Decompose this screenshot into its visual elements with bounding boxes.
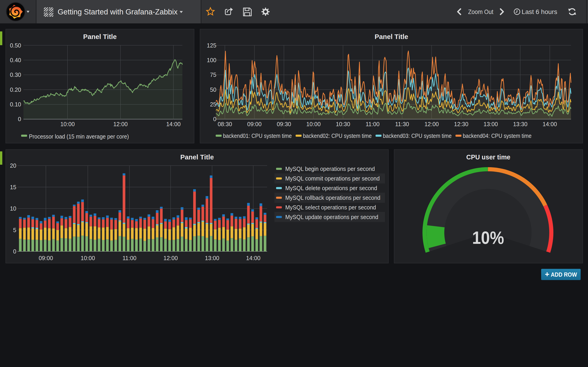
svg-text:100: 100: [207, 57, 216, 63]
svg-text:0: 0: [13, 248, 16, 255]
svg-text:Panel Title: Panel Title: [83, 33, 117, 40]
svg-text:MySQL begin operations per sec: MySQL begin operations per second: [285, 166, 375, 172]
svg-text:14:00: 14:00: [166, 121, 181, 127]
svg-text:25: 25: [210, 101, 216, 108]
svg-text:CPU user time: CPU user time: [466, 153, 510, 161]
svg-text:MySQL commit operations per se: MySQL commit operations per second: [285, 175, 380, 182]
svg-text:125: 125: [207, 42, 216, 49]
svg-text:backend01: CPU system time: backend01: CPU system time: [223, 133, 292, 139]
svg-text:13:00: 13:00: [205, 255, 219, 261]
svg-text:15: 15: [10, 184, 16, 190]
svg-text:10: 10: [10, 205, 16, 212]
svg-text:MySQL update operations per se: MySQL update operations per second: [285, 214, 378, 220]
svg-text:13:00: 13:00: [484, 121, 498, 127]
svg-text:0.20: 0.20: [10, 86, 21, 93]
svg-text:09:00: 09:00: [39, 255, 53, 261]
svg-text:10:00: 10:00: [81, 255, 95, 261]
svg-text:12:30: 12:30: [454, 121, 468, 127]
svg-text:11:30: 11:30: [395, 121, 409, 127]
svg-text:12:00: 12:00: [424, 121, 439, 127]
svg-text:Last 6 hours: Last 6 hours: [522, 8, 557, 15]
svg-text:0.30: 0.30: [10, 72, 21, 78]
svg-text:Getting Started with Grafana-Z: Getting Started with Grafana-Zabbix: [58, 8, 178, 16]
svg-text:MySQL delete operations per se: MySQL delete operations per second: [285, 185, 377, 191]
svg-text:10:00: 10:00: [306, 121, 321, 127]
svg-text:12:00: 12:00: [164, 255, 178, 261]
svg-text:MySQL select operations per se: MySQL select operations per second: [285, 204, 376, 211]
svg-text:MySQL rollback operations per: MySQL rollback operations per second: [285, 194, 380, 201]
svg-text:0.10: 0.10: [10, 101, 21, 108]
svg-text:+: +: [545, 270, 549, 278]
svg-text:11:00: 11:00: [122, 255, 137, 261]
svg-text:0.40: 0.40: [10, 57, 21, 63]
svg-text:12:00: 12:00: [113, 121, 128, 127]
svg-text:10:30: 10:30: [336, 121, 350, 127]
svg-text:10:00: 10:00: [61, 121, 75, 127]
svg-text:13:30: 13:30: [513, 121, 527, 127]
svg-text:backend02: CPU system time: backend02: CPU system time: [303, 133, 372, 139]
svg-text:backend04: CPU system time: backend04: CPU system time: [463, 133, 531, 139]
svg-text:backend03: CPU system time: backend03: CPU system time: [383, 133, 451, 139]
svg-text:ADD ROW: ADD ROW: [551, 271, 577, 278]
svg-text:Processor load (15 min average: Processor load (15 min average per core): [29, 133, 129, 140]
svg-text:20: 20: [10, 162, 16, 169]
svg-text:14:00: 14:00: [543, 121, 557, 127]
svg-text:Panel Title: Panel Title: [375, 33, 408, 40]
svg-text:11:00: 11:00: [366, 121, 380, 127]
svg-text:0: 0: [213, 116, 216, 122]
svg-text:Panel Title: Panel Title: [180, 153, 214, 161]
svg-text:5: 5: [13, 227, 16, 233]
svg-text:0: 0: [18, 116, 21, 122]
svg-text:14:00: 14:00: [246, 255, 260, 261]
svg-text:0.50: 0.50: [10, 42, 21, 49]
svg-text:10%: 10%: [472, 227, 504, 248]
svg-text:75: 75: [210, 72, 216, 78]
svg-text:50: 50: [210, 86, 216, 93]
svg-text:09:30: 09:30: [277, 121, 291, 127]
svg-text:09:00: 09:00: [247, 121, 262, 127]
svg-text:08:30: 08:30: [218, 121, 232, 127]
svg-text:Zoom Out: Zoom Out: [468, 8, 493, 15]
